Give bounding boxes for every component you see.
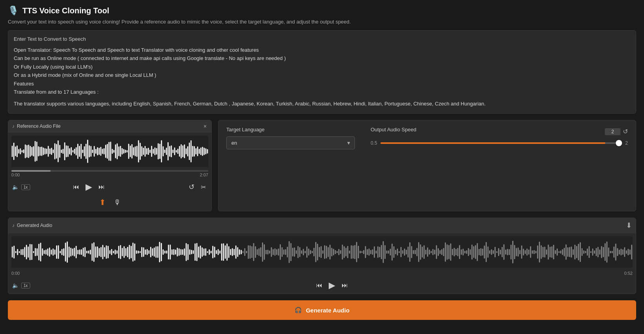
svg-rect-449 (596, 248, 597, 256)
reference-scissors-button[interactable]: ✂ (199, 183, 207, 192)
reference-play-button[interactable]: ▶ (84, 181, 94, 193)
svg-rect-321 (369, 249, 370, 256)
app-mic-icon: 🎙️ (8, 5, 18, 16)
svg-rect-465 (624, 247, 625, 257)
svg-rect-76 (136, 146, 138, 157)
reference-speed-badge[interactable]: 1x (21, 184, 30, 190)
reference-audio-close-button[interactable]: × (203, 123, 207, 129)
svg-rect-203 (159, 242, 160, 262)
speed-reset-button[interactable]: ↺ (623, 128, 628, 135)
svg-rect-20 (44, 148, 45, 154)
svg-rect-461 (617, 248, 618, 256)
svg-rect-379 (471, 245, 473, 260)
svg-rect-314 (356, 242, 357, 262)
svg-rect-188 (133, 243, 134, 261)
generate-audio-button[interactable]: 🎧 Generate Audio (8, 300, 636, 320)
generated-time-start: 0:00 (11, 271, 20, 276)
reference-progress-track[interactable] (11, 170, 208, 172)
target-language-select[interactable]: en es fr de nl ja ko tr ar ru he hi it p… (226, 136, 355, 149)
speed-value-input[interactable] (605, 128, 620, 135)
svg-rect-100 (176, 150, 177, 152)
gen-music-note-icon: ♪ (12, 223, 15, 228)
speed-header: Output Audio Speed ↺ (371, 127, 628, 136)
svg-rect-360 (438, 248, 439, 256)
svg-rect-310 (349, 250, 350, 254)
svg-rect-38 (74, 149, 75, 154)
svg-rect-425 (553, 245, 554, 260)
svg-rect-147 (60, 251, 61, 253)
svg-rect-394 (498, 248, 499, 256)
svg-rect-33 (66, 145, 67, 157)
gen-rewind-button[interactable]: ⏮ (315, 281, 324, 290)
speed-range-slider[interactable] (380, 142, 622, 144)
gen-speed-badge[interactable]: 1x (21, 283, 30, 289)
svg-rect-358 (434, 250, 435, 254)
svg-rect-398 (505, 250, 506, 255)
generated-audio-waveform (11, 236, 633, 268)
svg-rect-2 (15, 147, 16, 156)
svg-rect-137 (42, 249, 43, 256)
reference-upload-button[interactable]: ⬆ (99, 198, 106, 207)
svg-rect-229 (205, 249, 206, 256)
svg-rect-7 (23, 149, 24, 153)
svg-rect-85 (151, 146, 152, 157)
svg-rect-390 (491, 249, 492, 255)
gen-play-button[interactable]: ▶ (327, 280, 337, 291)
svg-rect-261 (262, 243, 263, 262)
svg-rect-408 (523, 249, 524, 256)
reference-reset-button[interactable]: ↺ (187, 182, 196, 192)
svg-rect-161 (84, 247, 86, 257)
svg-rect-122 (15, 251, 16, 253)
svg-rect-126 (22, 249, 24, 255)
svg-rect-337 (397, 249, 398, 256)
gen-forward-button[interactable]: ⏭ (340, 281, 349, 290)
svg-rect-419 (542, 247, 544, 257)
svg-rect-455 (606, 241, 608, 263)
reference-mic-button[interactable]: 🎙 (114, 198, 121, 207)
svg-rect-441 (582, 248, 583, 256)
svg-rect-404 (516, 248, 517, 256)
svg-rect-22 (48, 146, 49, 156)
svg-rect-454 (604, 243, 606, 261)
text-input-content[interactable]: Open Translator: Speech To Speech and Sp… (14, 46, 630, 108)
reference-rewind-button[interactable]: ⏮ (71, 183, 81, 191)
svg-rect-156 (76, 246, 77, 258)
svg-rect-220 (189, 249, 190, 254)
svg-rect-195 (145, 249, 146, 254)
svg-rect-304 (338, 249, 340, 255)
svg-rect-134 (36, 248, 38, 256)
svg-rect-198 (150, 247, 151, 257)
svg-rect-5 (20, 149, 21, 154)
svg-rect-205 (163, 249, 164, 255)
svg-rect-385 (482, 249, 483, 256)
gen-volume-icon[interactable]: 🔈 (12, 282, 19, 289)
svg-rect-219 (187, 244, 189, 260)
svg-rect-34 (67, 146, 69, 157)
svg-rect-352 (424, 245, 425, 259)
svg-rect-392 (495, 247, 496, 258)
reference-controls-row: 🔈 1x ⏮ ▶ ⏭ ↺ ✂ (8, 179, 211, 195)
svg-rect-194 (143, 247, 144, 257)
svg-rect-245 (234, 249, 235, 255)
svg-rect-301 (333, 249, 334, 255)
svg-rect-366 (448, 245, 449, 259)
svg-rect-81 (145, 146, 146, 156)
svg-rect-172 (104, 247, 105, 257)
svg-rect-155 (74, 248, 75, 256)
download-button[interactable]: ⬇ (626, 221, 632, 230)
text-line-4: Or as a Hybrid mode (mix of Online and o… (14, 71, 630, 79)
svg-rect-351 (422, 247, 423, 257)
svg-rect-162 (86, 251, 87, 254)
svg-rect-115 (200, 148, 202, 155)
reference-volume-icon[interactable]: 🔈 (12, 184, 19, 190)
svg-rect-322 (370, 250, 371, 254)
reference-progress-bar[interactable] (11, 170, 208, 172)
svg-rect-276 (289, 241, 290, 263)
reference-forward-button[interactable]: ⏭ (97, 183, 106, 191)
svg-rect-332 (388, 250, 389, 254)
svg-rect-91 (161, 140, 162, 162)
svg-rect-452 (601, 246, 602, 258)
svg-rect-95 (167, 142, 169, 161)
svg-rect-138 (44, 250, 45, 254)
svg-rect-292 (317, 244, 318, 260)
